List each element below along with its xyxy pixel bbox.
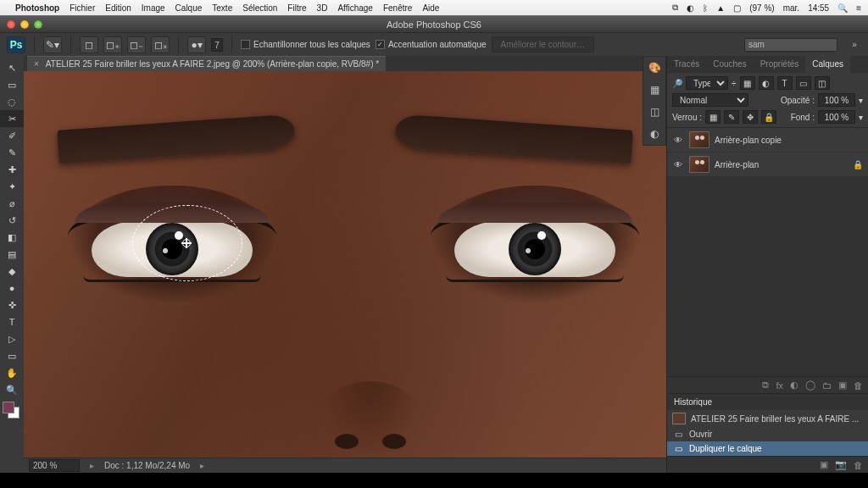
bluetooth-icon[interactable]: ᛒ	[703, 3, 708, 13]
eyedropper-tool[interactable]: ✎	[0, 144, 24, 161]
tab-traces[interactable]: Tracés	[667, 56, 706, 73]
battery-percent[interactable]: (97 %)	[749, 3, 774, 13]
close-tab-icon[interactable]: ×	[34, 59, 39, 69]
menu-aide[interactable]: Aide	[422, 3, 439, 13]
layer-thumbnail[interactable]	[689, 156, 709, 173]
ps-home-icon[interactable]: Ps	[7, 36, 25, 53]
new-selection-icon[interactable]: ◻	[80, 36, 98, 53]
fill-field[interactable]: 100 %	[818, 110, 855, 124]
visibility-toggle-icon[interactable]: 👁	[672, 136, 684, 145]
close-window-button[interactable]	[7, 20, 15, 29]
status-chevron-icon[interactable]: ▸	[90, 461, 94, 470]
tab-couches[interactable]: Couches	[706, 56, 753, 73]
filter-shape-icon[interactable]: ▭	[796, 76, 811, 90]
layer-thumbnail[interactable]	[689, 131, 709, 148]
new-doc-from-state-icon[interactable]: ▣	[820, 459, 828, 470]
dock-swatches-icon[interactable]: ▦	[643, 79, 665, 101]
tab-calques[interactable]: Calques	[805, 56, 850, 73]
layer-name[interactable]: Arrière-plan copie	[715, 136, 863, 145]
lock-position-icon[interactable]: ✥	[743, 110, 758, 124]
quick-select-tool[interactable]: ✂	[0, 110, 24, 127]
menu-image[interactable]: Image	[142, 3, 165, 13]
clone-tool[interactable]: ⌀	[0, 195, 24, 212]
minimize-window-button[interactable]	[20, 20, 29, 29]
tool-preset-icon[interactable]: ✎▾	[43, 36, 62, 53]
history-step[interactable]: ▭ Dupliquer le calque	[667, 441, 868, 456]
path-tool[interactable]: ▷	[0, 330, 24, 347]
notifications-icon[interactable]: ≡	[856, 3, 861, 13]
dodge-tool[interactable]: ●	[0, 280, 24, 297]
tab-proprietes[interactable]: Propriétés	[754, 56, 806, 73]
hand-tool[interactable]: ✋	[0, 364, 24, 381]
opacity-chevron-icon[interactable]: ▾	[859, 96, 863, 105]
blur-tool[interactable]: ◆	[0, 263, 24, 280]
filter-icon[interactable]: 🔎	[672, 79, 682, 88]
menu-fenetre[interactable]: Fenêtre	[383, 3, 412, 13]
filter-smart-icon[interactable]: ◫	[815, 76, 830, 90]
brush-size-field[interactable]: 7	[211, 38, 223, 52]
delete-layer-icon[interactable]: 🗑	[854, 380, 863, 391]
intersect-selection-icon[interactable]: ◻ₓ	[151, 36, 170, 53]
sample-all-layers-checkbox[interactable]: Echantillonner tous les calques	[241, 40, 370, 49]
fill-chevron-icon[interactable]: ▾	[859, 113, 863, 122]
spot-heal-tool[interactable]: ✚	[0, 161, 24, 178]
menu-filtre[interactable]: Filtre	[287, 3, 306, 13]
document-tab[interactable]: × ATELIER 25 Faire briller les yeux A FA…	[27, 56, 386, 71]
menu-calque[interactable]: Calque	[175, 3, 203, 13]
clock-time[interactable]: 14:55	[808, 3, 829, 13]
gradient-tool[interactable]: ▤	[0, 246, 24, 263]
link-layers-icon[interactable]: ⧉	[762, 380, 769, 391]
add-selection-icon[interactable]: ◻₊	[103, 36, 122, 53]
move-tool[interactable]: ↖	[0, 59, 24, 76]
wifi-icon[interactable]: ▲	[716, 3, 725, 13]
color-swatches[interactable]	[0, 402, 24, 422]
mask-icon[interactable]: ◐	[790, 380, 798, 391]
brush-tool[interactable]: ✦	[0, 178, 24, 195]
new-layer-icon[interactable]: ▣	[838, 380, 847, 391]
history-brush-tool[interactable]: ↺	[0, 212, 24, 229]
new-snapshot-icon[interactable]: 📷	[835, 459, 847, 470]
filter-type-icon[interactable]: T	[777, 76, 793, 90]
fx-icon[interactable]: fx	[776, 380, 783, 391]
layer-name[interactable]: Arrière-plan	[715, 160, 848, 169]
menu-fichier[interactable]: Fichier	[70, 3, 95, 13]
filter-adjust-icon[interactable]: ◐	[759, 76, 774, 90]
clock-day[interactable]: mar.	[783, 3, 799, 13]
menu-texte[interactable]: Texte	[212, 3, 232, 13]
blend-mode-select[interactable]: Normal	[672, 93, 748, 107]
menu-selection[interactable]: Sélection	[242, 3, 277, 13]
layer-row[interactable]: 👁 Arrière-plan copie	[667, 128, 868, 152]
lock-all-icon[interactable]: 🔒	[761, 110, 776, 124]
foreground-color-swatch[interactable]	[3, 402, 14, 413]
type-tool[interactable]: T	[0, 313, 24, 330]
sync-icon[interactable]: ◐	[687, 3, 694, 13]
visibility-toggle-icon[interactable]: 👁	[672, 160, 684, 169]
dropbox-icon[interactable]: ⧉	[672, 3, 678, 13]
lock-pixels-icon[interactable]: ✎	[724, 110, 739, 124]
menu-affichage[interactable]: Affichage	[337, 3, 373, 13]
zoom-field[interactable]: 200 %	[29, 459, 80, 472]
group-icon[interactable]: 🗀	[822, 380, 832, 391]
filter-pixel-icon[interactable]: ▦	[740, 76, 755, 90]
delete-state-icon[interactable]: 🗑	[854, 460, 863, 470]
workspace-search-field[interactable]: sam	[744, 38, 837, 52]
filter-type-select[interactable]: Type	[686, 76, 728, 90]
auto-enhance-checkbox[interactable]: ✓ Accentuation automatique	[376, 40, 487, 49]
history-snapshot[interactable]: ATELIER 25 Faire briller les yeux A FAIR…	[667, 410, 868, 427]
zoom-tool[interactable]: 🔍	[0, 381, 24, 398]
menu-3d[interactable]: 3D	[317, 3, 328, 13]
menu-app[interactable]: Photoshop	[15, 3, 59, 13]
expand-panels-icon[interactable]: »	[848, 40, 861, 49]
display-icon[interactable]: ▢	[733, 3, 741, 13]
subtract-selection-icon[interactable]: ◻₋	[127, 36, 146, 53]
shape-tool[interactable]: ▭	[0, 347, 24, 364]
dock-styles-icon[interactable]: ◫	[643, 101, 665, 123]
marquee-tool[interactable]: ▭	[0, 76, 24, 93]
opacity-field[interactable]: 100 %	[818, 93, 855, 107]
adjustment-icon[interactable]: ◯	[805, 380, 815, 391]
eraser-tool[interactable]: ◧	[0, 229, 24, 246]
status-menu-icon[interactable]: ▸	[200, 461, 204, 470]
menu-edition[interactable]: Edition	[105, 3, 131, 13]
dock-color-icon[interactable]: 🎨	[643, 57, 665, 79]
spotlight-icon[interactable]: 🔍	[837, 3, 848, 13]
